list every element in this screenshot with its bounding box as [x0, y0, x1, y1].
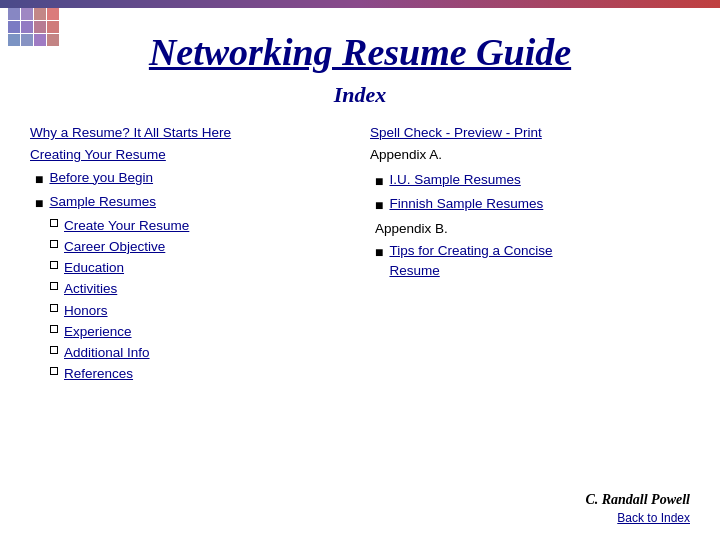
honors-link[interactable]: Honors	[64, 301, 108, 321]
footer-area: C. Randall Powell Back to Index	[585, 490, 690, 525]
iu-sample-item: ■ I.U. Sample Resumes	[375, 170, 690, 192]
main-title: Networking Resume Guide	[0, 30, 720, 74]
sq-bullet-icon-7	[50, 346, 58, 354]
bullet-icon: ■	[35, 169, 43, 190]
sq-bullet-icon-3	[50, 261, 58, 269]
left-column: Why a Resume? It All Starts Here Creatin…	[30, 123, 350, 386]
education-link[interactable]: Education	[64, 258, 124, 278]
create-resume-link[interactable]: Create Your Resume	[64, 216, 189, 236]
corner-sq-6	[21, 21, 33, 33]
bullet-icon-r1: ■	[375, 171, 383, 192]
honors-item: Honors	[50, 301, 350, 321]
create-resume-item: Create Your Resume	[50, 216, 350, 236]
bullet-icon-2: ■	[35, 193, 43, 214]
corner-sq-12	[47, 34, 59, 46]
sq-bullet-icon-4	[50, 282, 58, 290]
right-column: Spell Check - Preview - Print Appendix A…	[370, 123, 690, 386]
corner-sq-8	[47, 21, 59, 33]
references-item: References	[50, 364, 350, 384]
author-name: C. Randall Powell	[585, 492, 690, 507]
back-to-index-link[interactable]: Back to Index	[585, 511, 690, 525]
experience-link[interactable]: Experience	[64, 322, 132, 342]
corner-sq-9	[8, 34, 20, 46]
corner-sq-11	[34, 34, 46, 46]
before-begin-item: ■ Before you Begin	[35, 168, 350, 190]
sq-bullet-icon-6	[50, 325, 58, 333]
subtitle: Index	[0, 82, 720, 108]
bullet-icon-r2: ■	[375, 195, 383, 216]
corner-decoration	[8, 8, 63, 53]
content-area: Why a Resume? It All Starts Here Creatin…	[0, 113, 720, 386]
tips-link[interactable]: Tips for Creating a ConciseResume	[389, 241, 552, 282]
sub-bullet-list: Create Your Resume Career Objective Educ…	[30, 216, 350, 385]
creating-resume-link[interactable]: Creating Your Resume	[30, 145, 350, 165]
tips-item: ■ Tips for Creating a ConciseResume	[375, 241, 690, 282]
corner-sq-3	[34, 8, 46, 20]
bullet-icon-r3: ■	[375, 242, 383, 263]
finnish-sample-item: ■ Finnish Sample Resumes	[375, 194, 690, 216]
finnish-sample-link[interactable]: Finnish Sample Resumes	[389, 194, 543, 214]
corner-sq-5	[8, 21, 20, 33]
appendix-b-text: Appendix B.	[375, 219, 690, 239]
activities-link[interactable]: Activities	[64, 279, 117, 299]
career-objective-link[interactable]: Career Objective	[64, 237, 165, 257]
main-bullet-list: ■ Before you Begin ■ Sample Resumes	[30, 168, 350, 214]
right-bullet-list: ■ I.U. Sample Resumes ■ Finnish Sample R…	[370, 170, 690, 216]
sample-resumes-link[interactable]: Sample Resumes	[49, 192, 156, 212]
corner-sq-2	[21, 8, 33, 20]
career-objective-item: Career Objective	[50, 237, 350, 257]
corner-sq-4	[47, 8, 59, 20]
title-area: Networking Resume Guide Index	[0, 0, 720, 113]
corner-sq-7	[34, 21, 46, 33]
right-bullet-list-2: ■ Tips for Creating a ConciseResume	[370, 241, 690, 282]
additional-info-link[interactable]: Additional Info	[64, 343, 150, 363]
before-begin-link[interactable]: Before you Begin	[49, 168, 153, 188]
appendix-a-text: Appendix A.	[370, 147, 442, 162]
right-top-links: Spell Check - Preview - Print Appendix A…	[370, 123, 690, 166]
header-bar	[0, 0, 720, 8]
activities-item: Activities	[50, 279, 350, 299]
why-resume-link[interactable]: Why a Resume? It All Starts Here	[30, 123, 350, 143]
sample-resumes-item: ■ Sample Resumes	[35, 192, 350, 214]
references-link[interactable]: References	[64, 364, 133, 384]
spell-check-link[interactable]: Spell Check - Preview - Print	[370, 123, 690, 143]
additional-info-item: Additional Info	[50, 343, 350, 363]
sq-bullet-icon-2	[50, 240, 58, 248]
sq-bullet-icon-5	[50, 304, 58, 312]
corner-sq-10	[21, 34, 33, 46]
iu-sample-link[interactable]: I.U. Sample Resumes	[389, 170, 520, 190]
sq-bullet-icon-1	[50, 219, 58, 227]
education-item: Education	[50, 258, 350, 278]
sq-bullet-icon-8	[50, 367, 58, 375]
corner-sq-1	[8, 8, 20, 20]
experience-item: Experience	[50, 322, 350, 342]
